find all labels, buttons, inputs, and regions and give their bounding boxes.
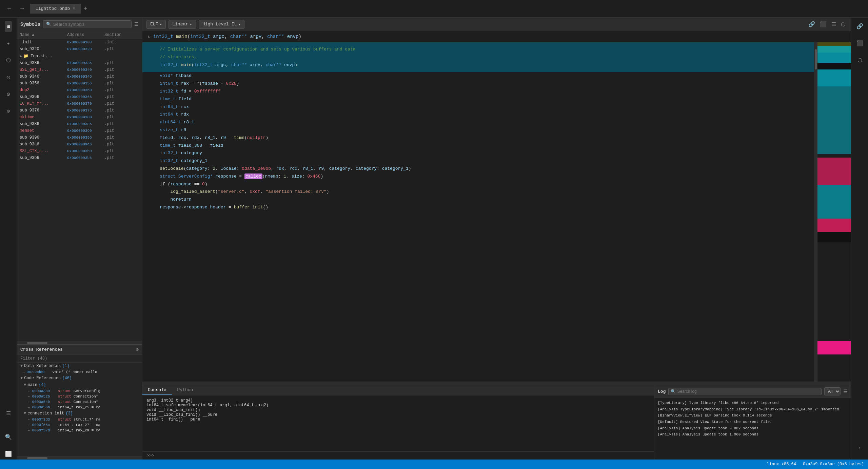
xrefs-data-refs-header[interactable]: ▼ Data References {1} [17, 363, 142, 369]
code-line: // structures. [142, 54, 814, 61]
left-panel: Symbols 🔍 ☰ Name ▲ Address Section _init… [17, 18, 142, 460]
sidebar-icon-xrefs[interactable]: ◎ [5, 72, 12, 83]
active-tab[interactable]: lighttpd.bndb × [30, 4, 81, 14]
log-menu-icon[interactable]: ☰ [843, 389, 848, 394]
xrefs-data-refs-badge: {1} [62, 364, 70, 368]
tab-bar: lighttpd.bndb × + [30, 4, 89, 14]
list-item[interactable]: sub_93560x000009356.plt [17, 80, 142, 87]
sidebar-icon-menu[interactable]: ☰ [4, 408, 13, 419]
code-scroll[interactable]: // Initializes a server configuration an… [142, 42, 814, 382]
elf-dropdown[interactable]: ELF ▾ [146, 20, 166, 29]
status-address-range: 0xa3a9-0xa3ae (0x5 bytes) [803, 462, 864, 467]
list-item[interactable]: mktime0x000009380.plt [17, 114, 142, 121]
list-item[interactable]: sub_93660x000009366.plt [17, 94, 142, 100]
sidebar-icon-tags[interactable]: ⬡ [4, 55, 13, 66]
sidebar-icon-bottom[interactable]: ⬜ [3, 449, 14, 460]
list-item[interactable]: sub_93a60x0000009a6.plt [17, 141, 142, 148]
code-horizontal-scrollbar[interactable] [142, 382, 851, 385]
list-item[interactable]: SSL_CTX_s...0x0000093b0.plt [17, 148, 142, 155]
new-tab-button[interactable]: + [82, 5, 90, 12]
tab-title: lighttpd.bndb [36, 6, 70, 11]
list-item[interactable]: memset0x000009390.plt [17, 127, 142, 134]
sidebar-icon-debug[interactable]: ⚙ [5, 89, 12, 100]
tab-console[interactable]: Console [142, 385, 172, 395]
list-item[interactable]: _init0x000009308.init [17, 39, 142, 46]
link-icon-button[interactable]: 🔗 [807, 20, 816, 29]
list-item[interactable]: ← 0000a3a9 struct ServerConfig [17, 388, 142, 394]
list-item[interactable]: sub_93760x000009376.plt [17, 107, 142, 114]
symbol-search-box[interactable]: 🔍 [43, 20, 132, 28]
symbols-table-header: Name ▲ Address Section [17, 31, 142, 39]
hlil-dropdown[interactable]: High Level IL ▾ [199, 20, 244, 29]
list-item[interactable]: ▶📁Tcp-st... [17, 53, 142, 60]
type-icon-button[interactable]: ⬛ [818, 20, 828, 29]
list-item[interactable]: → 0023cdd0 void* (* const callo [17, 369, 142, 375]
list-item[interactable]: dup20x000009360.plt [17, 87, 142, 94]
list-item[interactable]: sub_93460x000009346.plt [17, 73, 142, 80]
xrefs-conninit-header[interactable]: ▼ connection_init {3} [17, 410, 142, 417]
list-item[interactable]: sub_93200x000009320.plt [17, 46, 142, 53]
console-section: Console Python arg3, int32_t arg4) int64… [142, 385, 654, 460]
status-arch: linux-x86_64 [767, 462, 796, 467]
xrefs-scroll: ▼ Data References {1} → 0023cdd0 void* (… [17, 363, 142, 456]
status-bar: linux-x86_64 0xa3a9-0xa3ae (0x5 bytes) [0, 460, 868, 469]
right-icon-layers[interactable]: ⬡ [855, 55, 864, 66]
list-item[interactable]: ← 0000a54b struct Connection* [17, 399, 142, 405]
xrefs-horizontal-scrollbar[interactable] [17, 456, 142, 460]
symbols-menu-icon[interactable]: ☰ [134, 21, 139, 27]
code-line: if (response == 0) [142, 181, 814, 188]
log-filter-select[interactable]: All [824, 387, 841, 395]
back-button[interactable]: ← [4, 4, 14, 14]
code-line: time_t field_308 = field [142, 142, 814, 150]
right-icon-type[interactable]: ⬛ [854, 38, 865, 49]
right-icon-expand[interactable]: ↕ [856, 444, 863, 453]
log-search-box[interactable]: 🔍 [668, 388, 822, 395]
console-input[interactable] [156, 453, 650, 458]
list-item[interactable]: SSL_get_s...0x000009340.plt [17, 66, 142, 73]
list-item[interactable]: EC_KEY_fr...0x000009370.plt [17, 100, 142, 107]
console-line: void __libc_csu_init() [146, 408, 650, 412]
sidebar-icon-analysis[interactable]: ⊕ [5, 106, 12, 117]
panels-icon-button[interactable]: ⬡ [840, 20, 847, 29]
xrefs-filter[interactable]: Filter (48) [17, 355, 142, 363]
list-item[interactable]: ← 0000f55c int64_t rax_27 = ca [17, 422, 142, 428]
xrefs-code-refs-header[interactable]: ▼ Code References {46} [17, 375, 142, 382]
xrefs-data-refs-label: Data References [24, 364, 61, 368]
toolbar: ELF ▾ Linear ▾ High Level IL ▾ 🔗 ⬛ ☰ ⬡ [142, 18, 851, 31]
tab-close-button[interactable]: × [73, 6, 75, 11]
hlil-dropdown-arrow: ▾ [238, 22, 241, 27]
code-vertical-scrollbar[interactable] [814, 42, 817, 382]
log-entry: [Analysis.TypeLibraryMapping] Type libra… [658, 406, 848, 413]
linear-dropdown[interactable]: Linear ▾ [169, 20, 196, 29]
log-header: Log 🔍 All ☰ [654, 385, 851, 398]
list-item[interactable]: sub_93360x000009336.plt [17, 60, 142, 66]
code-line: setlocale(category: 2, locale: &data_2e0… [142, 165, 814, 173]
list-item[interactable]: sub_93960x000009396.plt [17, 134, 142, 141]
list-item[interactable]: sub_93860x000009386.plt [17, 121, 142, 127]
code-line: void* fsbase [142, 72, 814, 80]
list-item[interactable]: ← 0000a56b int64_t rax_25 = ca [17, 405, 142, 410]
elf-dropdown-arrow: ▾ [159, 22, 162, 27]
list-item[interactable]: sub_93b60x0000093b6.plt [17, 155, 142, 161]
symbol-search-input[interactable] [53, 22, 129, 27]
xrefs-code-refs-label: Code References [24, 376, 61, 381]
code-line: int32_t fd = 0xffffffff [142, 88, 814, 96]
toolbar-menu-button[interactable]: ☰ [830, 20, 837, 29]
sidebar-icon-search[interactable]: 🔍 [3, 432, 14, 443]
sidebar-icon-home[interactable]: ⊞ [5, 21, 12, 32]
tab-python[interactable]: Python [172, 385, 199, 395]
log-search-input[interactable] [677, 389, 819, 394]
sidebar-icon-symbols[interactable]: ✦ [5, 38, 12, 49]
list-item[interactable]: ← 0000f3d3 struct struct_7* ra [17, 417, 142, 422]
symbols-horizontal-scrollbar[interactable] [17, 341, 142, 344]
refresh-icon[interactable]: ↻ [148, 34, 151, 39]
console-prompt: >>> [146, 453, 154, 458]
forward-button[interactable]: → [17, 4, 27, 14]
minimap[interactable] [817, 42, 851, 382]
right-icon-link[interactable]: 🔗 [854, 21, 865, 32]
list-item[interactable]: ← 0000f57d int64_t rax_29 = ca [17, 428, 142, 433]
xrefs-main-header[interactable]: ▼ main {4} [17, 382, 142, 388]
pin-icon[interactable]: ⊙ [136, 347, 139, 352]
list-item[interactable]: ← 0000a52b struct Connection* [17, 394, 142, 399]
code-line: ssize_t r9 [142, 126, 814, 134]
